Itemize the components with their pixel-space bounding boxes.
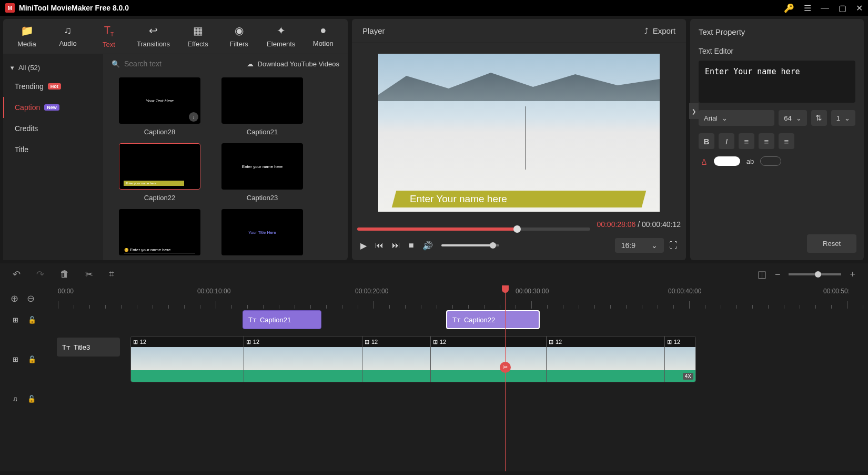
line-spacing-icon[interactable]: ⇅ <box>811 110 827 126</box>
tab-elements[interactable]: ✦ Elements <box>267 24 295 48</box>
tab-elements-label: Elements <box>267 40 295 48</box>
playhead[interactable]: ✂ <box>505 285 506 471</box>
close-icon[interactable]: ✕ <box>856 3 863 13</box>
fullscreen-icon[interactable]: ⛶ <box>669 241 678 250</box>
volume-icon[interactable]: 🔊 <box>422 241 433 251</box>
align-right-button[interactable]: ≡ <box>779 133 794 149</box>
thumbnail-caption25[interactable]: Your Title Here Caption25 <box>221 209 303 260</box>
zoom-in-button[interactable]: + <box>850 269 855 280</box>
download-icon[interactable]: ↓ <box>189 112 198 122</box>
zoom-out-button[interactable]: − <box>775 269 781 280</box>
seek-bar[interactable] <box>357 227 590 231</box>
search-box[interactable]: 🔍 <box>112 60 216 68</box>
video-preview[interactable]: Enter Your name here <box>378 54 660 212</box>
youtube-download-button[interactable]: ☁ Download YouTube Videos <box>247 60 339 68</box>
playhead-marker[interactable] <box>502 285 509 293</box>
stop-button[interactable]: ■ <box>409 241 414 250</box>
thumbnail-caption21[interactable]: Caption21 <box>221 77 303 136</box>
redo-button[interactable]: ↷ <box>36 269 44 280</box>
italic-button[interactable]: I <box>719 133 734 149</box>
caption-clip-22[interactable]: Tᴛ Caption22 <box>446 310 540 329</box>
thumbnail-caption28[interactable]: Your Text Here ↓ Caption28 <box>119 77 200 136</box>
tab-transitions[interactable]: ↩ Transitions <box>137 24 170 48</box>
thumbnail-caption23[interactable]: Enter your name here Caption23 <box>221 143 303 202</box>
seg-num: 12 <box>556 339 562 345</box>
thumb-preview[interactable]: Enter your name here <box>221 143 303 190</box>
outline-color-swatch[interactable] <box>760 156 781 166</box>
activate-icon[interactable]: 🔑 <box>784 3 794 13</box>
play-button[interactable]: ▶ <box>360 241 367 251</box>
prev-button[interactable]: ⏮ <box>375 241 383 250</box>
tab-effects[interactable]: ▦ Effects <box>185 24 211 48</box>
snap-button[interactable]: ◫ <box>758 269 766 280</box>
font-select[interactable]: Arial ⌄ <box>699 110 774 126</box>
next-button[interactable]: ⏭ <box>392 241 400 250</box>
tab-audio[interactable]: ♫ Audio <box>55 24 81 48</box>
ruler-label: 00:00 <box>58 288 74 295</box>
thumb-preview[interactable] <box>221 77 303 124</box>
tab-media[interactable]: 📁 Media <box>14 24 40 48</box>
minimize-icon[interactable]: — <box>821 3 829 13</box>
style-row: B I ≡ ≡ ≡ <box>699 133 855 149</box>
align-center-button[interactable]: ≡ <box>759 133 774 149</box>
zoom-handle[interactable] <box>815 271 821 278</box>
align-left-button[interactable]: ≡ <box>739 133 754 149</box>
undo-button[interactable]: ↶ <box>13 269 21 280</box>
lock-icon[interactable]: 🔓 <box>27 395 36 403</box>
tab-filters[interactable]: ◉ Filters <box>226 24 252 48</box>
thumbnail-caption24[interactable]: 😊 Enter your name here Caption24 <box>119 209 200 260</box>
volume-handle[interactable] <box>490 242 496 249</box>
track-header: ⊞ 🔓 <box>0 316 57 324</box>
track-header: ♫ 🔓 <box>0 395 57 403</box>
track-body[interactable] <box>57 388 868 410</box>
zoom-slider[interactable] <box>789 273 841 275</box>
split-button[interactable]: ✂ <box>85 269 93 280</box>
text-icon: Tᴛ <box>62 343 70 351</box>
lock-icon[interactable]: 🔓 <box>28 316 36 324</box>
track-body[interactable]: Tᴛ Caption21 Tᴛ Caption22 <box>57 309 868 331</box>
remove-track-button[interactable]: ⊖ <box>27 293 35 304</box>
line-spacing-select[interactable]: 1 ⌄ <box>831 110 855 126</box>
thumb-preview[interactable]: Your Title Here <box>221 209 303 255</box>
search-input[interactable] <box>124 60 216 68</box>
font-size-select[interactable]: 64 ⌄ <box>779 110 806 126</box>
export-button[interactable]: ⤴ Export <box>644 26 675 35</box>
seg-num: 12 <box>253 339 259 345</box>
caption-text: Enter Your name here <box>394 193 507 205</box>
crop-button[interactable]: ⌗ <box>109 269 114 280</box>
add-track-button[interactable]: ⊕ <box>11 293 18 304</box>
bold-button[interactable]: B <box>699 133 714 149</box>
menu-icon[interactable]: ☰ <box>804 3 811 13</box>
tab-motion[interactable]: ● Motion <box>310 24 336 48</box>
lock-icon[interactable]: 🔓 <box>28 355 36 363</box>
reset-button[interactable]: Reset <box>807 234 856 253</box>
sidebar-title[interactable]: Title <box>3 139 103 160</box>
title-clip[interactable]: Tᴛ Title3 <box>57 338 120 357</box>
timeline-ruler[interactable]: ⊕ ⊖ 00:00 00:00:10:00 00:00:20:00 00:00:… <box>0 285 868 309</box>
video-clip[interactable]: ⊞12 ⊞12 ⊞12 ⊞12 <box>130 336 696 382</box>
sidebar-credits[interactable]: Credits <box>3 118 103 139</box>
video-track-icon: ⊞ <box>13 316 18 324</box>
track-body[interactable]: Tᴛ Title3 ⊞12 ⊞12 ⊞12 <box>57 336 868 382</box>
sidebar-all[interactable]: ▾ All (52) <box>3 60 103 76</box>
sidebar-caption[interactable]: Caption New <box>3 97 103 118</box>
seek-handle[interactable] <box>513 225 521 233</box>
music-icon: ♫ <box>64 24 72 36</box>
aspect-ratio-select[interactable]: 16:9 ⌄ <box>615 238 664 253</box>
volume-slider[interactable] <box>441 244 499 246</box>
maximize-icon[interactable]: ▢ <box>839 3 846 13</box>
sidebar-trending[interactable]: Trending Hot <box>3 76 103 97</box>
thumb-preview[interactable]: 😊 Enter your name here <box>119 209 200 255</box>
caption-clip-21[interactable]: Tᴛ Caption21 <box>243 310 321 329</box>
thumbnail-caption22[interactable]: Enter your name here Caption22 <box>119 143 200 202</box>
delete-button[interactable]: 🗑 <box>60 269 69 280</box>
split-indicator[interactable]: ✂ <box>500 362 511 373</box>
thumb-preview[interactable]: Enter your name here <box>119 143 200 190</box>
preview-scenery <box>526 106 526 170</box>
thumb-label: Caption24 <box>144 260 175 260</box>
tab-text[interactable]: TT Text <box>96 24 122 48</box>
text-color-swatch[interactable] <box>714 156 740 166</box>
caption-text-input[interactable] <box>699 61 855 103</box>
collapse-panel-button[interactable]: ❯ <box>689 103 699 119</box>
thumb-preview[interactable]: Your Text Here ↓ <box>119 77 200 124</box>
